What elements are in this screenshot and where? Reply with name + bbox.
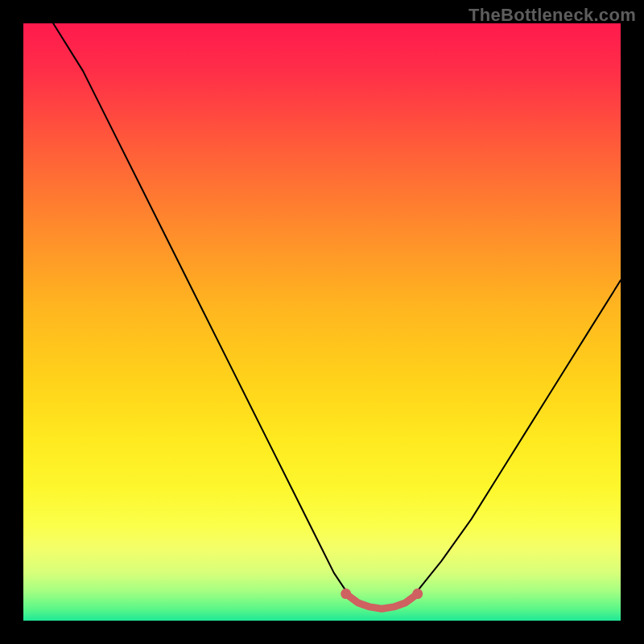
optimal-zone-endpoint-left [341, 588, 351, 599]
chart-plot-area [23, 23, 621, 621]
chart-frame: TheBottleneck.com [0, 0, 644, 644]
optimal-zone-endpoint-right [412, 588, 423, 599]
optimal-zone-path [346, 594, 418, 609]
watermark-text: TheBottleneck.com [469, 5, 636, 26]
marker-layer [341, 588, 423, 609]
bottleneck-curve-path [53, 23, 621, 609]
chart-svg [23, 23, 621, 621]
curve-layer [53, 23, 621, 609]
